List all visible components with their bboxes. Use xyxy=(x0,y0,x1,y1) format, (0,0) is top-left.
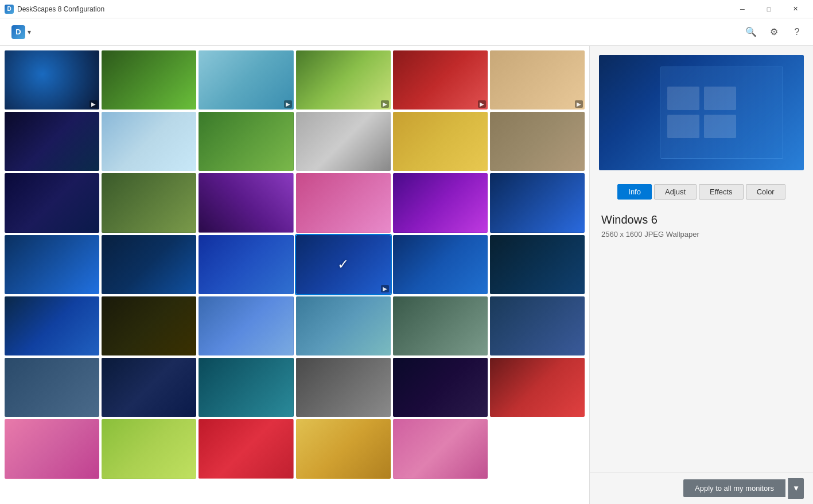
dropdown-chevron-icon: ▼ xyxy=(792,484,800,493)
gallery-item[interactable]: ▶✓ xyxy=(296,235,391,294)
gallery-item[interactable] xyxy=(199,296,293,355)
close-button[interactable]: ✕ xyxy=(782,0,808,18)
toolbar: D ▾ 🔍 ⚙ ? xyxy=(0,18,813,46)
settings-button[interactable]: ⚙ xyxy=(765,23,783,41)
tab-info[interactable]: Info xyxy=(617,184,652,200)
gallery-item[interactable] xyxy=(102,50,196,110)
gallery-item[interactable] xyxy=(393,173,488,232)
gallery-item[interactable] xyxy=(490,296,585,355)
gallery-item[interactable] xyxy=(490,235,585,294)
selected-check-icon: ✓ xyxy=(337,256,349,272)
wallpaper-title: Windows 6 xyxy=(601,213,802,226)
gallery-item[interactable] xyxy=(199,235,293,294)
gallery-item[interactable] xyxy=(393,419,488,478)
gallery-item[interactable] xyxy=(296,173,391,232)
gallery-item[interactable] xyxy=(5,296,99,355)
dropdown-arrow-icon: ▾ xyxy=(28,28,31,36)
tabs-bar: Info Adjust Effects Color xyxy=(590,179,813,204)
gallery-item[interactable] xyxy=(393,296,488,355)
gallery-item[interactable]: ▶ xyxy=(393,50,488,110)
tab-color[interactable]: Color xyxy=(746,184,785,200)
gallery-item[interactable] xyxy=(102,173,196,232)
preview-area xyxy=(590,46,813,179)
wallpaper-info: 2560 x 1600 JPEG Wallpaper xyxy=(601,230,802,239)
gallery-item[interactable]: ▶ xyxy=(490,50,585,110)
gallery-item[interactable] xyxy=(199,112,293,171)
gallery-panel: ▶▶▶▶▶▶✓ xyxy=(0,46,589,504)
gallery-item[interactable] xyxy=(393,235,488,294)
title-bar-controls: ─ □ ✕ xyxy=(729,0,808,18)
video-indicator-icon: ▶ xyxy=(90,100,98,108)
apply-button[interactable]: Apply to all my monitors xyxy=(683,479,785,497)
gallery-item[interactable]: ▶ xyxy=(296,50,391,110)
title-bar: D DeskScapes 8 Configuration ─ □ ✕ xyxy=(0,0,813,18)
bottom-bar: Apply to all my monitors ▼ xyxy=(590,472,813,504)
title-bar-left: D DeskScapes 8 Configuration xyxy=(5,5,104,14)
gallery-item[interactable] xyxy=(296,112,391,171)
video-indicator-icon: ▶ xyxy=(381,100,389,108)
gallery-item[interactable] xyxy=(490,173,585,232)
help-button[interactable]: ? xyxy=(788,23,806,41)
right-panel: Info Adjust Effects Color Windows 6 2560… xyxy=(589,46,813,504)
gallery-item[interactable] xyxy=(5,235,99,294)
gallery-item[interactable] xyxy=(490,112,585,171)
video-indicator-icon: ▶ xyxy=(575,100,583,108)
title-text: DeskScapes 8 Configuration xyxy=(17,5,104,13)
windows-logo xyxy=(667,87,736,138)
gallery-item[interactable] xyxy=(296,358,391,417)
gallery-item[interactable] xyxy=(5,173,99,232)
toolbar-right: 🔍 ⚙ ? xyxy=(742,23,806,41)
app-icon: D xyxy=(5,5,14,14)
gallery-item[interactable] xyxy=(102,296,196,355)
gallery-item[interactable] xyxy=(5,358,99,417)
app-logo-button[interactable]: D ▾ xyxy=(7,23,36,41)
minimize-button[interactable]: ─ xyxy=(729,0,756,18)
tab-adjust[interactable]: Adjust xyxy=(654,184,697,200)
gallery-item[interactable] xyxy=(199,419,293,478)
gallery-grid: ▶▶▶▶▶▶✓ xyxy=(5,50,585,479)
gallery-item[interactable] xyxy=(199,173,293,232)
main-content: ▶▶▶▶▶▶✓ Info Adjust Effects Color xyxy=(0,46,813,504)
video-indicator-icon: ▶ xyxy=(284,100,292,108)
gallery-item[interactable] xyxy=(393,112,488,171)
gallery-item[interactable] xyxy=(5,419,99,478)
win-logo-quad-tr xyxy=(704,87,736,110)
search-button[interactable]: 🔍 xyxy=(742,23,760,41)
gallery-item[interactable] xyxy=(5,112,99,171)
gallery-item[interactable] xyxy=(102,112,196,171)
preview-image xyxy=(599,55,804,170)
gallery-item[interactable] xyxy=(102,235,196,294)
gallery-item[interactable]: ▶ xyxy=(199,50,293,110)
gallery-item[interactable] xyxy=(199,358,293,417)
gallery-item[interactable] xyxy=(102,358,196,417)
gallery-item[interactable] xyxy=(393,358,488,417)
gallery-item[interactable]: ▶ xyxy=(5,50,99,110)
video-indicator-icon: ▶ xyxy=(478,100,486,108)
win-logo-quad-tl xyxy=(667,87,699,110)
logo-icon: D xyxy=(11,25,25,39)
gallery-item[interactable] xyxy=(296,296,391,355)
tab-effects[interactable]: Effects xyxy=(699,184,744,200)
win-logo-quad-br xyxy=(704,115,736,138)
apply-dropdown-button[interactable]: ▼ xyxy=(788,478,804,499)
info-panel: Windows 6 2560 x 1600 JPEG Wallpaper xyxy=(590,204,813,472)
maximize-button[interactable]: □ xyxy=(756,0,782,18)
video-indicator-icon: ▶ xyxy=(381,285,389,292)
win-logo-quad-bl xyxy=(667,115,699,138)
gallery-item[interactable] xyxy=(296,419,391,478)
gallery-item[interactable] xyxy=(102,419,196,478)
gallery-item[interactable] xyxy=(490,358,585,417)
gallery-scroll[interactable]: ▶▶▶▶▶▶✓ xyxy=(0,46,589,504)
